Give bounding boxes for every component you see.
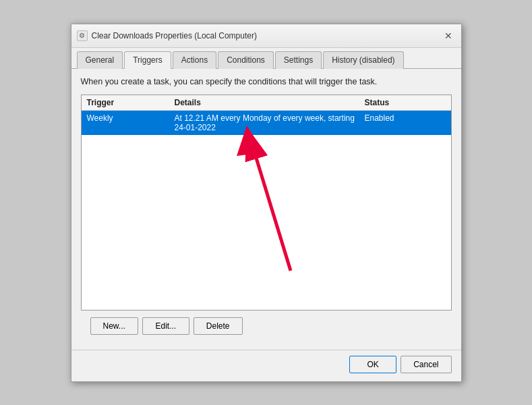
- tabs-bar: General Triggers Actions Conditions Sett…: [71, 48, 461, 69]
- tab-actions[interactable]: Actions: [173, 51, 216, 69]
- new-button[interactable]: New...: [90, 317, 138, 335]
- table-header: Trigger Details Status: [82, 95, 451, 111]
- column-status: Status: [365, 98, 446, 107]
- cancel-button[interactable]: Cancel: [401, 356, 451, 373]
- main-content: When you create a task, you can specify …: [71, 69, 461, 350]
- description-text: When you create a task, you can specify …: [81, 77, 452, 86]
- tab-triggers[interactable]: Triggers: [124, 51, 171, 69]
- close-button[interactable]: ✕: [441, 28, 456, 43]
- ok-button[interactable]: OK: [349, 356, 396, 373]
- tab-general[interactable]: General: [77, 51, 123, 69]
- table-row[interactable]: Weekly At 12.21 AM every Monday of every…: [82, 111, 451, 135]
- svg-line-1: [254, 149, 291, 271]
- tab-conditions[interactable]: Conditions: [218, 51, 274, 69]
- dialog-window: ⚙ Clear Downloads Properties (Local Comp…: [71, 24, 462, 382]
- cell-status: Enabled: [365, 113, 446, 132]
- title-bar-left: ⚙ Clear Downloads Properties (Local Comp…: [77, 30, 257, 41]
- dialog-footer: OK Cancel: [71, 350, 461, 381]
- column-details: Details: [175, 98, 365, 107]
- delete-button[interactable]: Delete: [194, 317, 243, 335]
- cell-details: At 12.21 AM every Monday of every week, …: [175, 113, 365, 132]
- title-bar: ⚙ Clear Downloads Properties (Local Comp…: [71, 24, 461, 48]
- dialog-title: Clear Downloads Properties (Local Comput…: [92, 31, 257, 40]
- tab-settings[interactable]: Settings: [275, 51, 322, 69]
- triggers-table: Trigger Details Status Weekly At 12.21 A…: [81, 94, 452, 310]
- tab-history[interactable]: History (disabled): [323, 51, 403, 69]
- cell-trigger: Weekly: [87, 113, 175, 132]
- app-icon: ⚙: [77, 30, 88, 41]
- column-trigger: Trigger: [87, 98, 175, 107]
- action-buttons: New... Edit... Delete: [81, 310, 452, 342]
- edit-button[interactable]: Edit...: [142, 317, 189, 335]
